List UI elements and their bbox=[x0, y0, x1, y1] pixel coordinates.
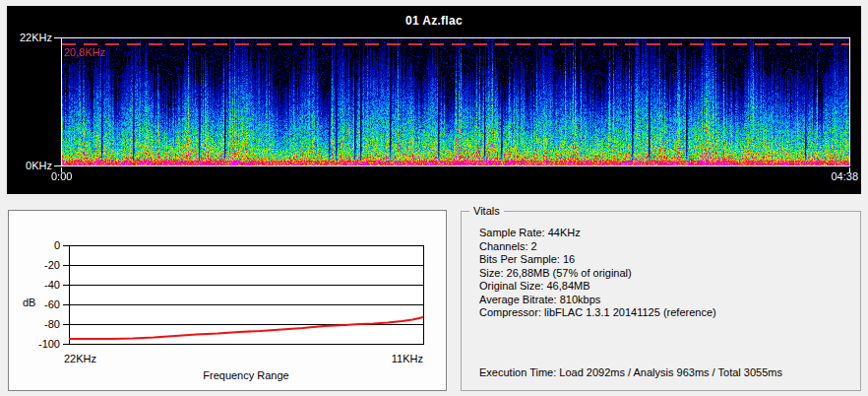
vitals-groupbox: Vitals Sample Rate: 44KHz Channels: 2 Bi… bbox=[461, 211, 861, 391]
y-tick-label: 0 bbox=[54, 239, 60, 251]
time-end-label: 04:38 bbox=[831, 170, 858, 182]
tick-mark-0khz bbox=[54, 165, 61, 166]
time-start-label: 0:00 bbox=[51, 170, 72, 182]
execution-time: Execution Time: Load 2092ms / Analysis 9… bbox=[479, 366, 782, 378]
plot-border bbox=[70, 246, 424, 345]
vitals-line-original-size: Original Size: 46,84MB bbox=[479, 280, 716, 294]
spectro-app-window: 01 Az.flac 22KHz 0KHz 20,8KHz 0:00 04:38… bbox=[0, 0, 868, 396]
vitals-line-channels: Channels: 2 bbox=[479, 240, 716, 254]
frequency-range-panel: 0-20-40-60-80-100dB22KHz11KHzFrequency R… bbox=[8, 210, 447, 391]
freq-axis-bottom-label: 0KHz bbox=[9, 160, 52, 171]
file-title: 01 Az.flac bbox=[7, 14, 861, 28]
x-axis-title: Frequency Range bbox=[203, 369, 288, 381]
cutoff-dashed-line bbox=[62, 43, 849, 45]
y-axis-title: dB bbox=[23, 297, 35, 308]
y-tick-label: -20 bbox=[44, 259, 60, 271]
vitals-title: Vitals bbox=[469, 205, 504, 217]
y-tick-label: -100 bbox=[38, 338, 60, 350]
vitals-line-average-bitrate: Average Bitrate: 810kbps bbox=[479, 294, 716, 307]
freq-axis-top-label: 22KHz bbox=[9, 32, 52, 43]
frequency-range-chart: 0-20-40-60-80-100dB22KHz11KHzFrequency R… bbox=[9, 211, 446, 390]
vitals-line-bits-per-sample: Bits Per Sample: 16 bbox=[479, 253, 716, 267]
y-tick-label: -40 bbox=[44, 279, 60, 291]
y-tick-label: -60 bbox=[44, 298, 60, 310]
vitals-line-size: Size: 26,88MB (57% of original) bbox=[479, 267, 716, 281]
x-start-label: 22KHz bbox=[64, 353, 96, 364]
spectrogram-plot: 20,8KHz bbox=[61, 37, 850, 166]
y-tick-label: -80 bbox=[44, 318, 60, 330]
spectrogram-canvas bbox=[62, 38, 849, 165]
vitals-line-compressor: Compressor: libFLAC 1.3.1 20141125 (refe… bbox=[479, 306, 716, 320]
tick-mark-22khz bbox=[54, 37, 61, 38]
x-end-label: 11KHz bbox=[392, 353, 423, 364]
vitals-line-sample-rate: Sample Rate: 44KHz bbox=[479, 227, 716, 240]
vitals-lines: Sample Rate: 44KHz Channels: 2 Bits Per … bbox=[479, 227, 716, 320]
spectrogram-panel: 01 Az.flac 22KHz 0KHz 20,8KHz 0:00 04:38 bbox=[7, 6, 861, 194]
cutoff-label: 20,8KHz bbox=[64, 46, 105, 58]
